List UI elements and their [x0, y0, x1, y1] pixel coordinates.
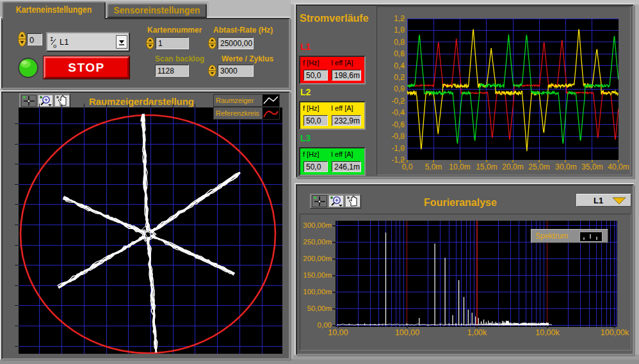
svg-text:o: o: [53, 44, 56, 49]
svg-text:I: I: [50, 36, 53, 43]
